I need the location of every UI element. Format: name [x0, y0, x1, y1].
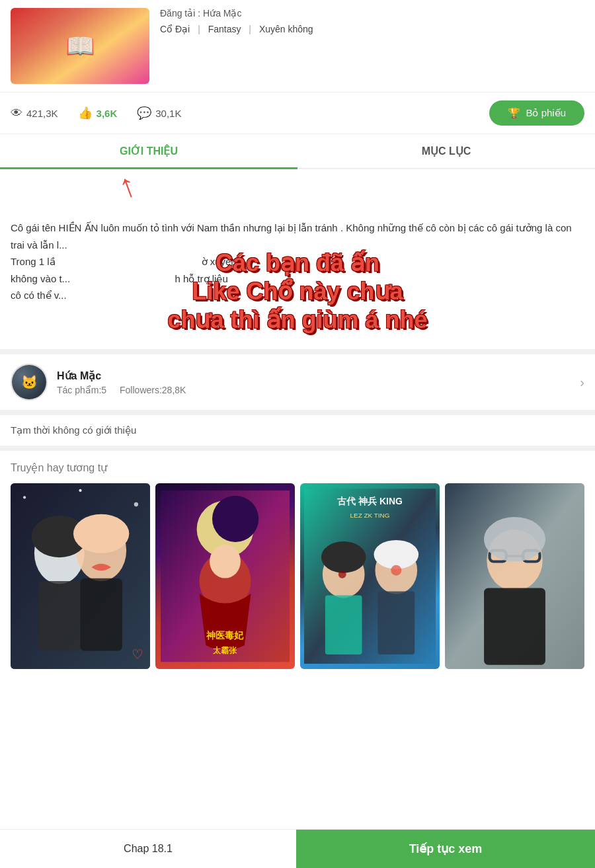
likes-value: 3,6K: [97, 108, 118, 119]
comment-icon: 💬: [137, 106, 151, 120]
cover-4-svg: [445, 483, 584, 669]
overlay-promo-text: Các bạn đã ấn Like Chổ này chưa chưa thì…: [167, 249, 427, 335]
tabs-container: GIỚI THIỆU MỤC LỤC: [0, 134, 595, 169]
svg-point-12: [212, 496, 258, 542]
views-value: 421,3K: [26, 108, 58, 119]
overlay-line-3: chưa thì ấn giùm á nhé: [167, 305, 427, 334]
list-item[interactable]: 古代 神兵 KING LEZ ZK TING: [300, 483, 440, 669]
vote-label: Bỏ phiếu: [526, 107, 566, 119]
svg-rect-23: [377, 592, 415, 655]
svg-point-6: [73, 514, 129, 553]
arrow-container: ↑: [0, 169, 595, 209]
svg-text:古代 神兵 KING: 古代 神兵 KING: [337, 496, 403, 506]
svg-text:太霸张: 太霸张: [213, 646, 238, 654]
tag-fantasy: Fantasy: [208, 24, 241, 34]
overlay-line-1: Các bạn đã ấn: [167, 249, 427, 277]
avatar-image: 🐱: [12, 365, 46, 399]
similar-cover-4: [445, 483, 584, 669]
tag-co-dai: Cổ Đại: [160, 24, 190, 34]
vote-icon: 🏆: [508, 107, 520, 119]
svg-rect-2: [38, 581, 80, 651]
list-item[interactable]: 神医毒妃 太霸张: [155, 483, 295, 669]
svg-rect-4: [81, 578, 122, 651]
bottom-spacer: [0, 680, 595, 719]
author-meta: Tác phẩm:5 Followers:28,8K: [57, 385, 580, 395]
author-avatar: 🐱: [11, 364, 48, 401]
svg-text:LEZ ZK TING: LEZ ZK TING: [350, 512, 389, 519]
cover-3-svg: 古代 神兵 KING LEZ ZK TING: [304, 487, 436, 665]
likes-stat: 👍 3,6K: [78, 106, 118, 120]
svg-point-9: [79, 489, 81, 492]
svg-text:神医毒妃: 神医毒妃: [206, 630, 245, 641]
comments-value: 30,1K: [155, 108, 181, 119]
tab-intro-label: GIỚI THIỆU: [120, 145, 178, 157]
cover-art: 📖: [11, 8, 149, 84]
author-name: Hứa Mặc: [57, 370, 580, 382]
desc-line-4: cô có thể v...: [11, 290, 67, 301]
list-item[interactable]: [445, 483, 584, 669]
author-section[interactable]: 🐱 Hứa Mặc Tác phẩm:5 Followers:28,8K ›: [0, 354, 595, 415]
no-intro-label: Tạm thời không có giới thiệu: [11, 424, 136, 436]
red-arrow-icon: ↑: [114, 167, 141, 204]
overlay-line-2: Like Chổ này chưa: [167, 277, 427, 305]
book-cover-image: 📖: [11, 8, 149, 84]
tag-xuyen-khong: Xuyên không: [259, 24, 313, 34]
book-tags: Cổ Đại | Fantasy | Xuyên không: [160, 24, 584, 34]
similar-cover-1: [11, 483, 150, 669]
description-section: Cô gái tên HIỀN ẤN luôn muốn tỏ tình với…: [0, 209, 595, 354]
svg-point-25: [374, 540, 418, 569]
stats-row: 👁 421,3K 👍 3,6K 💬 30,1K 🏆 Bỏ phiếu: [0, 93, 595, 134]
similar-books-list: 神医毒妃 太霸张 古代 神兵 KING: [11, 483, 584, 669]
author-followers: Followers:28,8K: [120, 385, 186, 395]
author-info: Hứa Mặc Tác phẩm:5 Followers:28,8K: [48, 370, 580, 395]
similar-cover-3: 古代 神兵 KING LEZ ZK TING: [300, 483, 440, 669]
tab-toc-label: MỤC LỤC: [422, 145, 471, 157]
cover-1-svg: [11, 483, 150, 669]
tag-divider-1: |: [198, 24, 200, 34]
tag-divider-2: |: [249, 24, 251, 34]
svg-rect-33: [484, 588, 545, 665]
svg-point-34: [484, 517, 545, 562]
desc-line-1: Cô gái tên HIỀN ẤN luôn muốn tỏ tình với…: [11, 222, 572, 251]
book-info-section: 📖 Đăng tải : Hứa Mặc Cổ Đại | Fantasy | …: [0, 0, 595, 93]
tab-intro[interactable]: GIỚI THIỆU: [0, 134, 298, 168]
svg-point-8: [134, 502, 138, 506]
svg-rect-21: [325, 596, 362, 655]
no-intro-text: Tạm thời không có giới thiệu: [0, 415, 595, 451]
comments-stat: 💬 30,1K: [137, 106, 181, 120]
svg-point-27: [338, 571, 346, 578]
chevron-right-icon: ›: [580, 375, 584, 390]
similar-cover-2: 神医毒妃 太霸张: [155, 483, 295, 669]
cover-2-svg: 神医毒妃 太霸张: [161, 489, 290, 664]
svg-point-26: [391, 565, 401, 576]
book-metadata: Đăng tải : Hứa Mặc Cổ Đại | Fantasy | Xu…: [149, 8, 584, 34]
svg-point-7: [23, 496, 26, 498]
similar-books-section: Truyện hay tương tự: [0, 451, 595, 680]
uploader-label: Đăng tải : Hứa Mặc: [160, 8, 584, 19]
thumb-up-icon: 👍: [78, 106, 93, 120]
views-stat: 👁 421,3K: [11, 106, 58, 120]
list-item[interactable]: [11, 483, 150, 669]
vote-button[interactable]: 🏆 Bỏ phiếu: [489, 100, 584, 126]
similar-title: Truyện hay tương tự: [11, 461, 584, 474]
svg-point-24: [321, 541, 366, 573]
tab-toc[interactable]: MỤC LỤC: [298, 134, 595, 168]
svg-point-14: [210, 545, 241, 578]
eye-icon: 👁: [11, 106, 22, 120]
author-works: Tác phẩm:5: [57, 385, 106, 395]
